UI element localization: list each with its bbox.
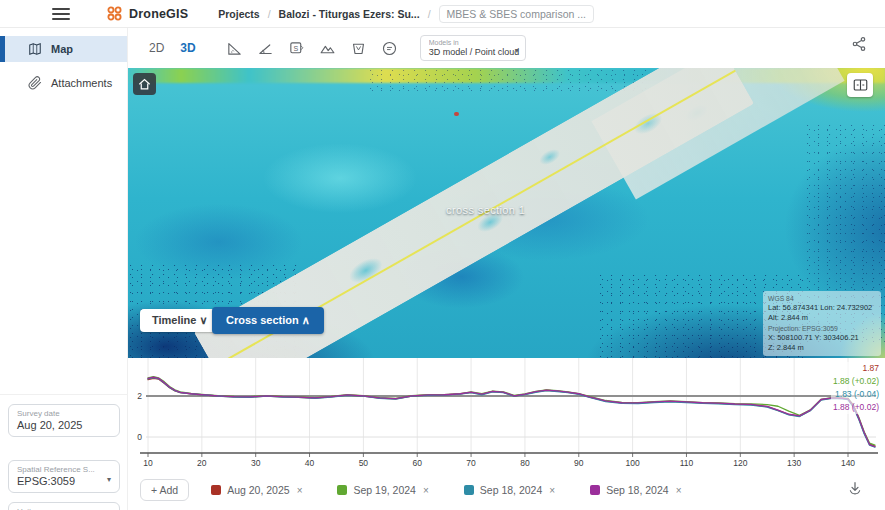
marker-value-labels: 1.87 1.88 (+0.02) 1.83 (-0.04) 1.88 (+0.…: [831, 362, 881, 414]
svg-text:20: 20: [197, 458, 207, 468]
remove-series-icon[interactable]: ×: [422, 485, 430, 496]
series-label: Sep 19, 2024: [353, 484, 415, 496]
map-icon: [28, 42, 42, 56]
spatial-reference-select[interactable]: Spatial Reference S... EPSG:3059 ▾: [8, 460, 120, 493]
view-mode-toggle: 2D 3D: [146, 39, 199, 57]
marker-value: 1.88 (+0.02): [833, 375, 879, 388]
breadcrumb-separator: /: [428, 8, 431, 20]
remove-series-icon[interactable]: ×: [675, 485, 683, 496]
cross-section-chart[interactable]: 10203040506070809010011012013014002 1.87…: [128, 358, 885, 470]
series-color-swatch: [464, 485, 474, 495]
xy-readout: X: 508100.71 Y: 303406.21: [768, 333, 876, 343]
measure-tools: S: [223, 36, 402, 60]
measure-volume-button[interactable]: [347, 36, 371, 60]
breadcrumb-current: MBES & SBES comparison ...: [439, 5, 594, 23]
svg-text:140: 140: [841, 458, 855, 468]
compare-view-button[interactable]: [847, 73, 873, 97]
svg-text:2: 2: [137, 391, 142, 401]
field-value: Aug 20, 2025: [17, 419, 111, 431]
point-noise: [368, 68, 648, 96]
svg-text:110: 110: [680, 458, 694, 468]
marker-value: 1.83 (-0.04): [833, 388, 879, 401]
breadcrumb-separator: /: [268, 8, 271, 20]
svg-text:130: 130: [787, 458, 801, 468]
paperclip-icon: [28, 76, 42, 90]
chevron-up-icon: ∧: [302, 314, 310, 326]
hamburger-menu-icon[interactable]: [52, 8, 70, 20]
svg-text:30: 30: [251, 458, 261, 468]
svg-text:120: 120: [733, 458, 747, 468]
chart-legend-bar: + Add Aug 20, 2025 × Sep 19, 2024 × Sep …: [128, 470, 885, 510]
view-3d-button[interactable]: 3D: [177, 39, 198, 57]
brand-name: DroneGIS: [129, 7, 188, 21]
cross-section-map-label[interactable]: cross section 1: [446, 204, 525, 216]
series-color-swatch: [211, 485, 221, 495]
share-button[interactable]: [851, 36, 867, 56]
top-header: DroneGIS Projects / Balozi - Titurgas Ez…: [0, 0, 885, 28]
svg-text:0: 0: [137, 432, 142, 442]
marker-value: 1.88 (+0.02): [833, 401, 879, 414]
chevron-down-icon: ∨: [200, 314, 208, 326]
model-layer-select[interactable]: Models in 3D model / Point cloud ▾: [420, 35, 526, 61]
comment-tool-button[interactable]: [378, 36, 402, 60]
select-label: Models in: [429, 39, 509, 46]
series-label: Sep 18, 2024: [606, 484, 668, 496]
remove-series-icon[interactable]: ×: [296, 485, 304, 496]
sidebar-item-label: Attachments: [51, 77, 112, 89]
survey-date-field[interactable]: Survey date Aug 20, 2025: [8, 404, 120, 437]
svg-text:80: 80: [520, 458, 530, 468]
left-sidebar: Map Attachments Survey date Aug 20, 2025…: [0, 28, 128, 510]
breadcrumb-project-name[interactable]: Balozi - Titurgas Ezers: Su...: [279, 8, 420, 20]
sidebar-item-map[interactable]: Map: [0, 36, 127, 62]
download-icon: [847, 480, 863, 496]
comment-icon: [381, 40, 398, 57]
share-icon: [851, 36, 867, 52]
breadcrumb-projects[interactable]: Projects: [218, 8, 259, 20]
home-icon: [138, 78, 151, 91]
split-compare-icon: [853, 78, 868, 92]
field-label: Survey date: [17, 409, 111, 418]
download-chart-button[interactable]: [847, 480, 863, 500]
legend-item: Sep 18, 2024 ×: [590, 484, 682, 496]
svg-text:70: 70: [466, 458, 476, 468]
view-2d-button[interactable]: 2D: [146, 39, 167, 57]
svg-text:S: S: [294, 44, 299, 52]
marker-dot: [454, 112, 459, 116]
coordinate-info-panel: WGS 84 Lat: 56.874341 Lon: 24.732902 Alt…: [763, 291, 881, 356]
svg-text:60: 60: [412, 458, 422, 468]
remove-series-icon[interactable]: ×: [548, 485, 556, 496]
field-label: Spatial Reference S...: [17, 465, 111, 474]
series-label: Sep 18, 2024: [480, 484, 542, 496]
measure-distance-button[interactable]: [223, 36, 247, 60]
dronegis-logo-icon: [106, 5, 123, 22]
measure-area-button[interactable]: [316, 36, 340, 60]
home-view-button[interactable]: [133, 73, 156, 95]
cross-section-button[interactable]: Cross section ∧: [212, 307, 324, 334]
datum-label: WGS 84: [768, 294, 876, 303]
brand-logo[interactable]: DroneGIS: [106, 5, 188, 22]
breadcrumb: Projects / Balozi - Titurgas Ezers: Su..…: [218, 5, 594, 23]
svg-text:50: 50: [359, 458, 369, 468]
legend-item: Sep 18, 2024 ×: [464, 484, 556, 496]
legend-item: Aug 20, 2025 ×: [211, 484, 303, 496]
chevron-down-icon: ▾: [515, 46, 519, 55]
units-select[interactable]: Units Meters ▾: [8, 502, 120, 510]
surface-s-icon: S: [288, 40, 305, 57]
measure-surface-button[interactable]: S: [285, 36, 309, 60]
sidebar-item-attachments[interactable]: Attachments: [0, 70, 127, 96]
ruler-triangle-icon: [226, 40, 243, 57]
add-series-button[interactable]: + Add: [140, 479, 189, 501]
profile-plot: 10203040506070809010011012013014002: [128, 358, 885, 470]
latlon-readout: Lat: 56.874341 Lon: 24.732902: [768, 303, 876, 313]
altitude-readout: Alt: 2.844 m: [768, 313, 876, 323]
timeline-button[interactable]: Timeline ∨: [140, 309, 220, 332]
svg-text:40: 40: [305, 458, 315, 468]
svg-text:10: 10: [143, 458, 153, 468]
angle-icon: [257, 40, 274, 57]
projection-label: Projection: EPSG:3059: [768, 324, 876, 333]
field-value: EPSG:3059: [17, 475, 111, 487]
chevron-down-icon: ▾: [107, 475, 111, 484]
measure-angle-button[interactable]: [254, 36, 278, 60]
map-3d-viewport[interactable]: cross section 1 Timeline ∨ Cross section…: [128, 68, 885, 358]
z-readout: Z: 2.844 m: [768, 343, 876, 353]
